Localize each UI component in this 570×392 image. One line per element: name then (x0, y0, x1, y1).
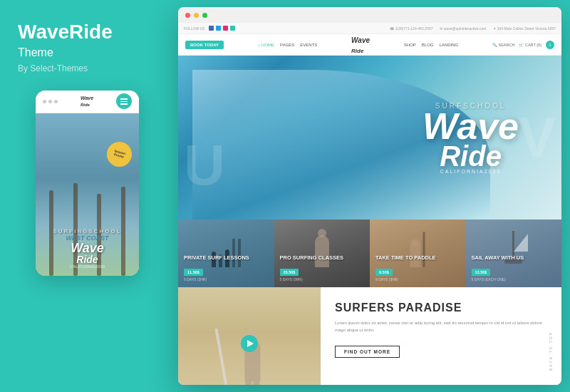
card-3-content: TAKE TIME TO PADDLE 9.50$ 9 DAYS (3HR) (375, 254, 460, 282)
card-surfing-classes[interactable]: PRO SURFING CLASSES 35.50$ 5 DAYS (3HR) (274, 220, 370, 287)
follow-us-label: FOLLOW US (184, 26, 204, 31)
card-4-content: SAIL AWAY WITH US 13.50$ 5 DAYS (EACH ON… (472, 254, 556, 282)
brand-title: WaveRide (18, 21, 157, 43)
card-2-title: PRO SURFING CLASSES (280, 254, 365, 261)
chrome-maximize-dot[interactable] (202, 13, 207, 18)
nav-landing-link[interactable]: LANDING (440, 43, 459, 47)
cards-row: PRIVATE SURF LESSONS 11.50$ 5 DAYS (3HR)… (178, 220, 561, 287)
facebook-icon[interactable] (209, 26, 214, 31)
card-1-badge: 11.50$ (184, 269, 203, 276)
card-sail[interactable]: SAIL AWAY WITH US 13.50$ 5 DAYS (EACH ON… (466, 220, 562, 287)
left-panel: WaveRide Theme By Select-Themes WaveRide (0, 0, 175, 392)
nav-blog-link[interactable]: BLOG (422, 43, 434, 47)
book-today-button[interactable]: BOOK TODAY (185, 41, 224, 49)
card-paddle[interactable]: TAKE TIME TO PADDLE 9.50$ 9 DAYS (3HR) (370, 220, 466, 287)
card-4-title: SAIL AWAY WITH US (472, 254, 556, 261)
cart-link[interactable]: 🛒 CART (0) (519, 43, 542, 47)
menu-line-3 (120, 103, 128, 105)
chrome-close-dot[interactable] (185, 13, 190, 18)
search-link[interactable]: 🔍 SEARCH (492, 43, 514, 47)
mobile-wave-text2: Ride (53, 254, 121, 264)
card-1-title: PRIVATE SURF LESSONS (184, 254, 269, 261)
site-hero: U V SURFSCHOOL Wave Ride CALIFORNIA2030 (178, 56, 561, 220)
card-1-days: 5 DAYS (3HR) (184, 277, 269, 282)
browser-chrome (178, 7, 561, 23)
card-2-badge: 35.50$ (280, 269, 299, 276)
card-2-content: PRO SURFING CLASSES 35.50$ 5 DAYS (3HR) (280, 254, 365, 282)
chrome-minimize-dot[interactable] (194, 13, 199, 18)
card-1-content: PRIVATE SURF LESSONS 11.50$ 5 DAYS (3HR) (184, 254, 269, 282)
nav-right-links: SHOP BLOG LANDING (404, 43, 458, 47)
hero-content: SURFSCHOOL Wave Ride CALIFORNIA2030 (423, 102, 519, 174)
nav-left-links: ⌂ HOME PAGES EVENTS (258, 43, 318, 47)
hero-wave-text: Wave (423, 110, 519, 143)
mobile-wave-text: Wave (53, 242, 121, 254)
nav-shop-link[interactable]: SHOP (404, 43, 416, 47)
mobile-dot-2 (48, 100, 52, 103)
mobile-dots (43, 100, 58, 103)
site-logo: Wave Ride (351, 35, 370, 55)
mobile-logo: WaveRide (81, 95, 93, 108)
mobile-dot-1 (43, 100, 46, 103)
bottom-surfer-image (178, 287, 321, 385)
card-4-days: 5 DAYS (EACH ONE) (472, 277, 556, 282)
hero-sub-text: CALIFORNIA2030 (423, 168, 519, 173)
site-navbar: BOOK TODAY ⌂ HOME PAGES EVENTS Wave Ride… (178, 34, 561, 56)
hero-v-letter: V (518, 105, 556, 170)
mobile-hero-overlay: SURFINGSCHOOL WEST COAST Wave Ride CALIF… (53, 228, 121, 269)
card-3-title: TAKE TIME TO PADDLE (375, 254, 460, 261)
card-3-days: 9 DAYS (3HR) (375, 277, 460, 282)
mobile-top-bar: WaveRide (36, 91, 139, 113)
nav-utilities: 🔍 SEARCH 🛒 CART (0) 0 (492, 41, 554, 49)
brand-by: By Select-Themes (18, 63, 157, 73)
surfers-paradise-title: SURFERS PARADISE (335, 301, 547, 314)
mobile-sub-text: CALIFORNIA2030 (53, 264, 121, 269)
play-button[interactable] (241, 335, 258, 352)
menu-line-2 (120, 101, 128, 103)
bottom-section: SURFERS PARADISE Lorem ipsum dolor sit a… (178, 287, 561, 385)
mobile-hero-image: SeasonPromo SURFINGSCHOOL WEST COAST Wav… (36, 113, 139, 276)
brand-subtitle: Theme (18, 46, 157, 59)
card-4-badge: 13.50$ (472, 269, 491, 276)
play-icon (247, 340, 254, 347)
mobile-menu-icon[interactable] (116, 93, 132, 109)
nav-events-link[interactable]: EVENTS (300, 43, 317, 47)
cart-count-badge: 0 (546, 41, 554, 49)
site-topbar: FOLLOW US ☎ 1(36)771-124-442-2557 ✉ wave… (178, 23, 561, 34)
mobile-dot-3 (54, 100, 58, 103)
hero-u-letter: U (184, 133, 225, 198)
nav-pages-link[interactable]: PAGES (280, 43, 294, 47)
mobile-mockup: WaveRide SeasonPromo (36, 91, 139, 276)
hero-ride-text: Ride (423, 143, 519, 168)
address-text: ✦ 104 Main Collins Street Victoria 0007 (493, 26, 556, 31)
phone-text: ☎ 1(36)771-124-442-2557 (390, 26, 432, 31)
nav-home-link[interactable]: ⌂ HOME (258, 43, 274, 47)
card-3-badge: 9.50$ (375, 269, 393, 276)
card-surf-lessons[interactable]: PRIVATE SURF LESSONS 11.50$ 5 DAYS (3HR) (178, 220, 274, 287)
surfers-description: Lorem ipsum dolor sit amet, conse ctet u… (335, 320, 547, 334)
menu-line-1 (120, 98, 128, 100)
find-out-more-button[interactable]: FIND OUT MORE (335, 346, 400, 358)
social-icon[interactable] (230, 26, 235, 31)
back-to-top-label[interactable]: BACK TO TOP (549, 331, 553, 371)
twitter-icon[interactable] (216, 26, 221, 31)
card-2-days: 5 DAYS (3HR) (280, 277, 365, 282)
browser-mockup: FOLLOW US ☎ 1(36)771-124-442-2557 ✉ wave… (178, 7, 561, 385)
email-text: ✉ wave@spininteractive.com (440, 26, 486, 31)
bottom-text-area: SURFERS PARADISE Lorem ipsum dolor sit a… (321, 287, 561, 385)
instagram-icon[interactable] (223, 26, 228, 31)
